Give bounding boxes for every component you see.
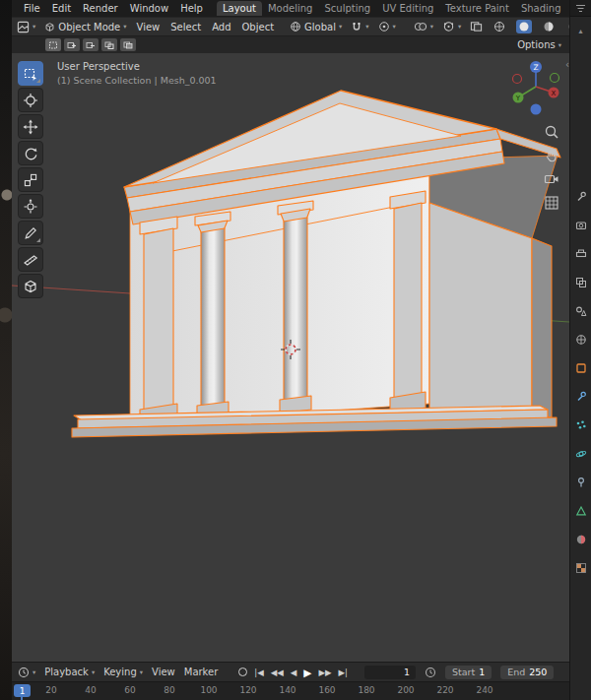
select-mode-subtract-button[interactable] (83, 38, 98, 51)
pan-hand-icon[interactable] (544, 148, 559, 163)
sidebar-collapse-arrow[interactable]: ‹ (565, 59, 569, 70)
3d-scene[interactable] (12, 53, 569, 662)
menu-view[interactable]: View (136, 22, 162, 32)
tool-move[interactable] (18, 114, 43, 139)
output-tab-icon[interactable] (574, 248, 587, 260)
tool-transform[interactable] (18, 194, 43, 219)
next-keyframe-button[interactable]: ▶▶ (318, 668, 331, 677)
record-button[interactable] (238, 668, 247, 676)
frame-start-field[interactable]: Start 1 (445, 666, 492, 679)
editor-type-button[interactable]: ▾ (17, 21, 35, 33)
jump-to-start-button[interactable]: |◀ (254, 668, 263, 677)
play-reverse-button[interactable]: ◀ (291, 668, 297, 677)
particles-tab-icon[interactable] (574, 419, 587, 431)
physics-tab-icon[interactable] (574, 448, 587, 460)
panel-expand-arrow[interactable]: ▴ (578, 27, 582, 35)
modifiers-tab-icon[interactable] (574, 391, 587, 403)
tab-modeling[interactable]: Modeling (262, 1, 319, 16)
select-mode-intersect-button[interactable] (120, 38, 136, 51)
timeline-view-menu[interactable]: View (152, 667, 175, 677)
select-mode-set-button[interactable] (45, 38, 61, 51)
tool-add-cube[interactable] (18, 274, 43, 298)
object-tab-icon[interactable] (574, 362, 587, 374)
tool-rotate[interactable] (18, 141, 43, 165)
timeline-editor-type-button[interactable]: ▾ (18, 667, 35, 678)
tab-layout[interactable]: Layout (217, 1, 262, 16)
constraints-tab-icon[interactable] (574, 477, 587, 488)
select-mode-invert-button[interactable] (101, 38, 117, 51)
shading-solid-button[interactable] (516, 20, 532, 33)
scene-tab-icon[interactable] (574, 305, 587, 317)
range-clock-icon[interactable] (425, 667, 436, 678)
topbar: File Edit Render Window Help Layout Mode… (12, 0, 569, 17)
current-frame-field[interactable]: 1 (364, 666, 416, 679)
camera-view-icon[interactable] (544, 171, 559, 187)
menu-help[interactable]: Help (174, 2, 209, 15)
select-mode-extend-button[interactable] (64, 38, 80, 51)
gizmo-z-label: Z (533, 63, 538, 72)
render-tab-icon[interactable] (574, 220, 587, 231)
wireframe-sphere-icon (493, 21, 505, 32)
timeline-marker-menu[interactable]: Marker (184, 667, 219, 677)
prev-keyframe-button[interactable]: ◀◀ (271, 668, 284, 677)
proportional-edit-dropdown[interactable]: ▾ (378, 21, 396, 32)
ruler-tick: 220 (436, 685, 453, 695)
object-data-tab-icon[interactable] (574, 505, 587, 517)
tab-sculpting[interactable]: Sculpting (318, 1, 376, 16)
texture-tab-icon[interactable] (574, 562, 587, 574)
toolbar (18, 61, 43, 298)
transport-controls: |◀ ◀◀ ◀ ▶ ▶▶ ▶| (238, 667, 348, 678)
menu-render[interactable]: Render (77, 2, 124, 15)
tab-texture-paint[interactable]: Texture Paint (439, 1, 515, 16)
shading-material-button[interactable] (541, 20, 557, 33)
material-tab-icon[interactable] (574, 534, 587, 545)
mode-label: Object Mode (58, 22, 120, 32)
tool-measure[interactable] (18, 247, 43, 272)
zoom-icon[interactable] (544, 124, 559, 140)
shading-wireframe-button[interactable] (492, 20, 507, 33)
orientation-label: Global (304, 22, 336, 32)
tool-tab-icon[interactable] (574, 191, 587, 203)
ruler-tick: 100 (200, 685, 217, 695)
tool-select-box[interactable] (18, 61, 43, 86)
mode-dropdown[interactable]: Object Mode ▾ (44, 22, 126, 32)
proportional-circle-icon (378, 21, 390, 32)
orientation-dropdown[interactable]: Global ▾ (290, 21, 342, 32)
play-button[interactable]: ▶ (303, 667, 311, 678)
tool-settings-bar: Options ▾ (12, 35, 569, 53)
tool-cursor[interactable] (18, 88, 43, 112)
menu-object[interactable]: Object (241, 22, 276, 32)
tab-shading[interactable]: Shading (515, 1, 567, 16)
frame-end-field[interactable]: End 250 (500, 666, 554, 679)
ruler-tick: 240 (476, 685, 492, 695)
visibility-dropdown[interactable]: ▾ (414, 21, 433, 32)
tab-uv-editing[interactable]: UV Editing (376, 1, 439, 16)
playback-menu[interactable]: Playback ▾ (44, 667, 95, 677)
snap-dropdown[interactable]: ▾ (351, 21, 368, 32)
overlays-dropdown[interactable]: ▾ (442, 21, 461, 32)
world-tab-icon[interactable] (574, 334, 587, 346)
properties-header (570, 0, 591, 17)
view-layer-tab-icon[interactable] (574, 277, 587, 288)
orthographic-grid-icon[interactable] (544, 195, 559, 211)
menu-add[interactable]: Add (211, 22, 231, 32)
tool-scale[interactable] (18, 167, 43, 192)
menu-file[interactable]: File (18, 2, 46, 15)
playhead[interactable]: 1 (14, 684, 31, 697)
xray-toggle[interactable] (470, 21, 483, 32)
object-mode-icon (44, 22, 55, 32)
menu-select[interactable]: Select (169, 22, 202, 32)
menu-edit[interactable]: Edit (46, 2, 77, 15)
options-dropdown[interactable]: Options ▾ (517, 39, 561, 50)
tool-annotate[interactable] (18, 221, 43, 245)
timeline-ruler[interactable]: 20 40 60 80 100 120 140 160 180 200 220 … (12, 681, 569, 700)
properties-filter-icon[interactable] (575, 4, 586, 13)
3d-viewport[interactable]: User Perspective (1) Scene Collection | … (12, 53, 569, 662)
navigation-gizmo[interactable]: Z Y X (508, 57, 563, 116)
menu-window[interactable]: Window (124, 2, 174, 15)
keying-menu[interactable]: Keying ▾ (103, 667, 143, 677)
jump-to-end-button[interactable]: ▶| (339, 668, 348, 677)
magnet-icon (351, 21, 362, 32)
ruler-tick: 180 (358, 685, 374, 695)
selected-object-temple[interactable] (72, 91, 560, 437)
